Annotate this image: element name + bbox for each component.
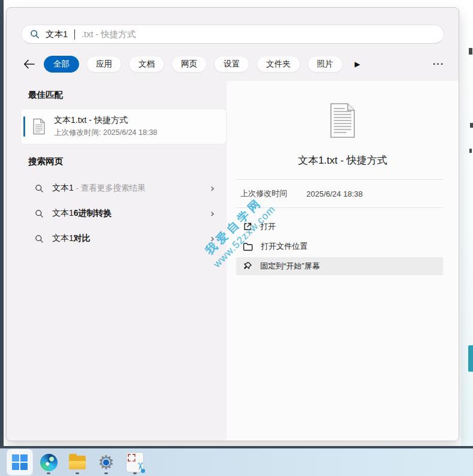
text-file-icon-large — [329, 103, 357, 138]
taskbar-settings-button[interactable]: ⚙ — [94, 450, 119, 475]
best-match-title: 文本1.txt - 快捷方式 — [54, 115, 157, 126]
chevron-right-icon[interactable]: › — [210, 183, 215, 194]
more-options-icon[interactable]: ··· — [429, 59, 448, 70]
desktop-icon-fragment — [469, 48, 472, 55]
search-input[interactable]: 文本1 .txt - 快捷方式 — [21, 25, 444, 44]
best-match-subtitle: 上次修改时间: 2025/6/24 18:38 — [54, 128, 157, 138]
start-button[interactable] — [7, 450, 32, 475]
action-list: 打开 打开文件位置 固定到“开始”屏幕 — [227, 218, 459, 275]
tab-photos[interactable]: 照片 — [308, 56, 343, 73]
action-label: 固定到“开始”屏幕 — [260, 261, 320, 272]
preview-title: 文本1.txt - 快捷方式 — [227, 153, 459, 167]
detail-label: 上次修改时间 — [240, 188, 306, 199]
tab-apps[interactable]: 应用 — [86, 56, 122, 73]
pin-to-start-action[interactable]: 固定到“开始”屏幕 — [236, 257, 443, 275]
best-match-result[interactable]: 文本1.txt - 快捷方式 上次修改时间: 2025/6/24 18:38 — [21, 109, 226, 144]
taskbar: ⚙ ✂ — [0, 446, 473, 476]
preview-pane: 文本1.txt - 快捷方式 上次修改时间 2025/6/24 18:38 打开 — [227, 81, 459, 441]
results-list-column: 最佳匹配 文本1.txt - 快捷方式 上次修改时间: 2025/6/24 18… — [7, 81, 227, 441]
desktop-sliver — [461, 0, 473, 446]
taskbar-snipping-tool-button[interactable]: ✂ — [122, 450, 147, 475]
tabs-overflow-icon[interactable]: ▶ — [355, 60, 360, 68]
best-match-heading: 最佳匹配 — [28, 89, 227, 101]
selection-accent-bar — [23, 116, 25, 137]
folder-icon — [243, 242, 253, 251]
text-file-icon — [32, 118, 46, 135]
web-search-item-label: 文本1 - 查看更多搜索结果 — [52, 183, 146, 194]
back-arrow-icon — [23, 59, 35, 69]
open-external-icon — [243, 222, 252, 231]
settings-gear-icon: ⚙ — [96, 452, 116, 472]
chevron-right-icon[interactable]: › — [210, 208, 215, 219]
back-button[interactable] — [21, 56, 37, 72]
divider — [236, 207, 443, 208]
tab-all[interactable]: 全部 — [44, 56, 79, 73]
running-indicator — [76, 472, 79, 474]
search-results-area: 最佳匹配 文本1.txt - 快捷方式 上次修改时间: 2025/6/24 18… — [7, 81, 459, 441]
web-search-list: 文本1 - 查看更多搜索结果 › 文本16进制转换 › 文本1对比 › — [7, 176, 227, 251]
open-action[interactable]: 打开 — [236, 218, 443, 236]
search-icon — [35, 209, 44, 218]
tab-documents[interactable]: 文档 — [129, 56, 164, 73]
pin-icon — [243, 261, 252, 271]
search-icon — [35, 234, 44, 243]
tab-folders[interactable]: 文件夹 — [257, 56, 300, 73]
web-search-item-label: 文本16进制转换 — [52, 208, 112, 219]
web-search-heading: 搜索网页 — [28, 156, 227, 167]
detail-row: 上次修改时间 2025/6/24 18:38 — [227, 180, 459, 207]
best-match-text: 文本1.txt - 快捷方式 上次修改时间: 2025/6/24 18:38 — [54, 115, 157, 138]
snipping-tool-icon: ✂ — [126, 453, 143, 472]
action-label: 打开 — [260, 221, 276, 232]
desktop-icon-fragment — [469, 149, 472, 153]
web-search-item[interactable]: 文本1对比 › — [7, 226, 227, 251]
running-indicator — [104, 472, 108, 474]
search-suggestion-text: .txt - 快捷方式 — [82, 29, 135, 40]
search-icon — [35, 184, 44, 193]
windows-search-panel: 文本1 .txt - 快捷方式 全部 应用 文档 网页 设置 文件夹 照片 ▶ … — [6, 7, 459, 441]
open-file-location-action[interactable]: 打开文件位置 — [236, 237, 443, 255]
taskbar-file-explorer-button[interactable] — [65, 450, 90, 475]
desktop-icon-fragment — [468, 345, 473, 372]
running-indicator — [47, 472, 50, 474]
desktop-icon-fragment — [470, 123, 473, 128]
taskbar-edge-button[interactable] — [36, 450, 61, 475]
web-search-item[interactable]: 文本1 - 查看更多搜索结果 › — [7, 176, 227, 201]
action-label: 打开文件位置 — [261, 241, 308, 252]
search-typed-text: 文本1 — [46, 29, 68, 40]
file-explorer-icon — [69, 456, 86, 469]
tab-settings[interactable]: 设置 — [214, 56, 249, 73]
filter-tabs-row: 全部 应用 文档 网页 设置 文件夹 照片 ▶ ··· — [21, 55, 448, 74]
windows-logo-icon — [12, 454, 28, 470]
text-caret — [74, 29, 75, 40]
chevron-right-icon[interactable]: › — [210, 233, 215, 244]
search-icon — [30, 29, 40, 39]
web-search-item[interactable]: 文本16进制转换 › — [7, 201, 227, 226]
detail-value: 2025/6/24 18:38 — [306, 189, 363, 198]
edge-browser-icon — [40, 454, 58, 471]
tab-web[interactable]: 网页 — [171, 56, 207, 73]
web-search-item-label: 文本1对比 — [52, 233, 91, 244]
running-indicator — [133, 472, 137, 474]
background-window-edge — [0, 0, 4, 446]
